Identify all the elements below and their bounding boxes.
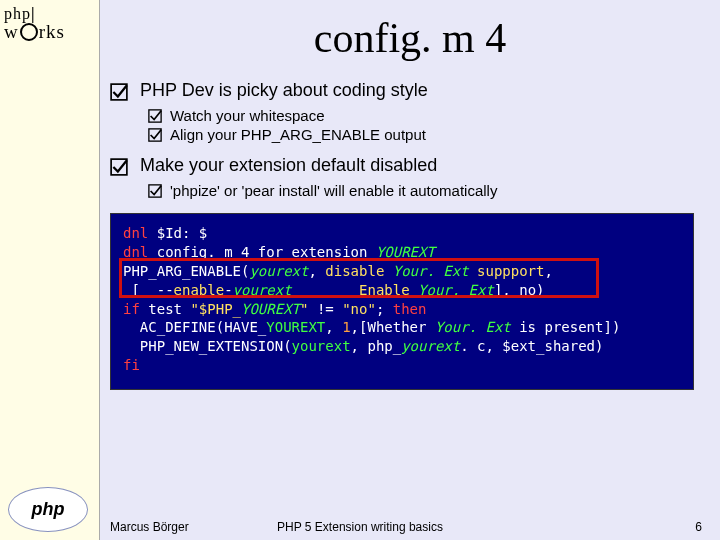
bullet-text: Make your extension default disabled	[140, 155, 437, 176]
logo-php-text: php	[4, 5, 31, 22]
content: PHP Dev is picky about coding style Watc…	[100, 80, 720, 514]
bullet-text: PHP Dev is picky about coding style	[140, 80, 428, 101]
bullet-text: Align your PHP_ARG_ENABLE output	[170, 126, 426, 143]
php-elephant-logo: php	[8, 487, 88, 532]
slide-title: config. m 4	[100, 0, 720, 80]
checkbox-icon	[148, 109, 162, 123]
checkbox-icon	[148, 184, 162, 198]
code-block: dnl $Id: $ dnl config. m 4 for extension…	[110, 213, 694, 390]
phpworks-logo: php| w rks	[0, 0, 99, 47]
bullet-text: Watch your whitespace	[170, 107, 325, 124]
logo-bar: |	[31, 5, 35, 22]
checkbox-icon	[110, 158, 128, 176]
slide: php| w rks php config. m 4 PHP Dev is pi…	[0, 0, 720, 540]
main-area: config. m 4 PHP Dev is picky about codin…	[100, 0, 720, 540]
footer-title: PHP 5 Extension writing basics	[277, 520, 443, 534]
bullet-text: 'phpize' or 'pear install' will enable i…	[170, 182, 497, 199]
gear-icon	[20, 23, 38, 41]
footer: Marcus Börger PHP 5 Extension writing ba…	[100, 514, 720, 540]
bullet-item: PHP Dev is picky about coding style	[110, 80, 702, 101]
footer-author: Marcus Börger	[110, 520, 189, 534]
logo-w: w	[4, 22, 19, 41]
bullet-item: 'phpize' or 'pear install' will enable i…	[148, 182, 702, 199]
bullet-item: Make your extension default disabled	[110, 155, 702, 176]
page-number: 6	[695, 520, 702, 534]
sidebar: php| w rks php	[0, 0, 100, 540]
logo-rks: rks	[39, 22, 65, 41]
php-logo-container: php	[0, 479, 99, 540]
bullet-item: Watch your whitespace	[148, 107, 702, 124]
checkbox-icon	[148, 128, 162, 142]
bullet-item: Align your PHP_ARG_ENABLE output	[148, 126, 702, 143]
checkbox-icon	[110, 83, 128, 101]
